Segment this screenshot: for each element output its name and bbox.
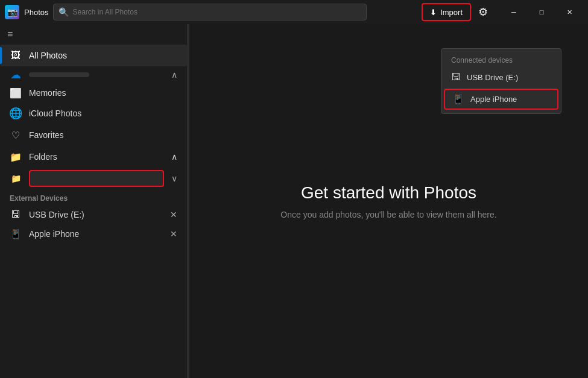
sidebar-item-favorites[interactable]: ♡ Favorites (0, 124, 187, 146)
close-button[interactable]: ✕ (555, 2, 583, 22)
all-photos-icon: 🖼 (10, 49, 22, 61)
maximize-button[interactable]: □ (528, 2, 555, 22)
main-content: ≡ 🖼 All Photos ☁ ∧ ⬜ Memories 🌐 iCloud P… (0, 24, 588, 378)
favorites-label: Favorites (29, 130, 64, 140)
folder-expand-button[interactable]: ∨ (171, 174, 177, 183)
cloud-collapse-button[interactable]: ∧ (171, 70, 177, 80)
sidebar-item-folders[interactable]: 📁 Folders ∧ (0, 146, 187, 168)
iphone-remove-button[interactable]: ✕ (170, 229, 177, 239)
import-label: Import (440, 8, 463, 17)
dropdown-section-label: Connected devices (441, 51, 561, 67)
hamburger-menu[interactable]: ≡ (0, 24, 187, 45)
content-subtitle: Once you add photos, you'll be able to v… (280, 210, 496, 219)
external-device-usb[interactable]: 🖫 USB Drive (E:) ✕ (0, 205, 187, 224)
content-title: Get started with Photos (301, 183, 476, 203)
folder-row: 📁 ∨ (0, 168, 187, 189)
cloud-content: ☁ (10, 69, 89, 81)
search-input[interactable] (72, 8, 361, 16)
memories-label: Memories (29, 88, 66, 98)
title-bar: 📷 Photos 🔍 ⬇ Import ⚙ ─ □ ✕ (0, 0, 588, 24)
minimize-button[interactable]: ─ (500, 2, 528, 22)
dropdown-item-iphone[interactable]: 📱 Apple iPhone (444, 89, 558, 110)
usb-drive-remove-button[interactable]: ✕ (170, 210, 177, 219)
title-bar-right: ⬇ Import ⚙ ─ □ ✕ (422, 2, 583, 22)
sidebar-item-memories[interactable]: ⬜ Memories (0, 83, 187, 102)
hamburger-icon: ≡ (7, 29, 13, 39)
iphone-icon: 📱 (10, 228, 22, 240)
import-icon: ⬇ (430, 8, 437, 17)
dropdown-usb-icon: 🖫 (451, 72, 461, 83)
icloud-label: iCloud Photos (29, 109, 81, 118)
favorites-icon: ♡ (10, 129, 22, 141)
sidebar: ≡ 🖼 All Photos ☁ ∧ ⬜ Memories 🌐 iCloud P… (0, 24, 187, 378)
sidebar-item-icloud[interactable]: 🌐 iCloud Photos (0, 102, 187, 124)
dropdown-item-usb[interactable]: 🖫 USB Drive (E:) (441, 67, 561, 87)
app-title: Photos (24, 8, 48, 17)
title-bar-left: 📷 Photos 🔍 (5, 4, 417, 20)
folders-label: Folders (29, 152, 164, 162)
dropdown-iphone-icon: 📱 (452, 93, 464, 105)
cloud-section: ☁ ∧ (0, 66, 187, 83)
icloud-icon: 🌐 (10, 107, 22, 119)
window-controls: ─ □ ✕ (500, 2, 583, 22)
folders-icon: 📁 (10, 151, 22, 163)
folder-icon-small: 📁 (10, 172, 22, 184)
all-photos-label: All Photos (29, 51, 67, 60)
memories-icon: ⬜ (10, 87, 22, 99)
search-icon: 🔍 (58, 7, 69, 17)
folder-selected-item[interactable] (29, 170, 164, 187)
import-dropdown: Connected devices 🖫 USB Drive (E:) 📱 App… (441, 48, 561, 114)
usb-drive-icon: 🖫 (10, 209, 22, 221)
settings-icon: ⚙ (478, 5, 488, 19)
cloud-icon: ☁ (10, 69, 22, 81)
search-bar[interactable]: 🔍 (53, 4, 367, 20)
import-button[interactable]: ⬇ Import (422, 3, 471, 21)
dropdown-usb-label: USB Drive (E:) (467, 73, 518, 82)
settings-button[interactable]: ⚙ (473, 3, 493, 21)
external-devices-label: External Devices (0, 189, 187, 205)
sidebar-item-all-photos[interactable]: 🖼 All Photos (0, 45, 187, 66)
content-area: Get started with Photos Once you add pho… (189, 24, 588, 378)
external-device-iphone[interactable]: 📱 Apple iPhone ✕ (0, 224, 187, 244)
app-icon: 📷 (5, 5, 19, 19)
cloud-bar (29, 72, 89, 77)
iphone-label: Apple iPhone (29, 229, 79, 239)
usb-drive-label: USB Drive (E:) (29, 210, 84, 219)
dropdown-iphone-label: Apple iPhone (470, 95, 517, 104)
folders-collapse-icon: ∧ (171, 152, 177, 162)
